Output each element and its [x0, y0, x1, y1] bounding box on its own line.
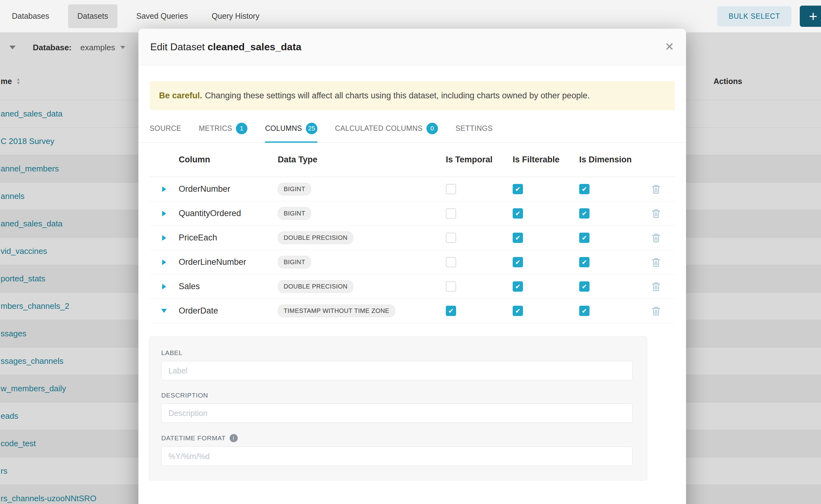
is-filterable-checkbox[interactable] — [513, 208, 523, 219]
tab-calculated-columns[interactable]: CALCULATED COLUMNS0 — [335, 123, 438, 142]
data-type-pill: TIMESTAMP WITHOUT TIME ZONE — [278, 304, 395, 317]
column-row: OrderNumberBIGINT — [149, 177, 675, 201]
modal-title-dataset-name: cleaned_sales_data — [207, 41, 301, 52]
datetime-format-input[interactable] — [161, 447, 633, 466]
bulk-select-button[interactable]: BULK SELECT — [717, 6, 791, 26]
data-type-pill: BIGINT — [278, 183, 311, 195]
nav-actions: BULK SELECT + — [717, 0, 821, 32]
expand-caret-icon[interactable] — [162, 211, 166, 216]
datetime-format-field-label: DATETIME FORMAT — [161, 434, 633, 442]
column-name: OrderDate — [179, 306, 278, 316]
warning-banner-text: Changing these settings will affect all … — [205, 91, 590, 101]
column-name: OrderNumber — [179, 184, 278, 194]
tab-count-badge: 25 — [306, 123, 317, 134]
datetime-format-label-text: DATETIME FORMAT — [161, 434, 226, 442]
data-type-pill: DOUBLE PRECISION — [278, 231, 353, 244]
description-field-label: DESCRIPTION — [161, 392, 633, 399]
warning-banner: Be careful. Changing these settings will… — [150, 81, 675, 110]
columns-table: Column Data Type Is Temporal Is Filterab… — [149, 143, 675, 323]
is-temporal-checkbox[interactable] — [446, 184, 456, 194]
is-dimension-checkbox[interactable] — [579, 257, 590, 267]
nav-item-datasets[interactable]: Datasets — [68, 4, 118, 28]
is-filterable-checkbox[interactable] — [513, 233, 523, 243]
label-field-group: LABEL — [161, 349, 633, 380]
column-detail-panel: LABEL DESCRIPTION DATETIME FORMAT — [149, 336, 647, 481]
trash-icon[interactable] — [651, 184, 661, 194]
columns-table-body: OrderNumberBIGINT QuantityOrderedBIGINT … — [149, 177, 675, 323]
collapse-caret-icon[interactable] — [161, 309, 167, 313]
is-dimension-checkbox[interactable] — [579, 208, 590, 219]
is-filterable-checkbox[interactable] — [513, 281, 523, 292]
column-name: QuantityOrdered — [179, 209, 278, 218]
column-row: PriceEachDOUBLE PRECISION — [149, 226, 675, 250]
is-temporal-checkbox[interactable] — [446, 281, 456, 292]
modal-tabs: SOURCEMETRICS1COLUMNS25CALCULATED COLUMN… — [138, 123, 686, 143]
tab-label: SOURCE — [150, 124, 181, 133]
add-dataset-button[interactable]: + — [800, 6, 821, 27]
expand-caret-icon[interactable] — [162, 235, 166, 241]
column-header: Column — [179, 155, 278, 165]
column-row: SalesDOUBLE PRECISION — [149, 274, 675, 299]
expand-caret-icon[interactable] — [162, 186, 166, 192]
column-name: OrderLineNumber — [179, 257, 278, 267]
trash-icon[interactable] — [651, 281, 661, 292]
column-row: QuantityOrderedBIGINT — [149, 201, 675, 226]
is-filterable-checkbox[interactable] — [513, 257, 523, 267]
datetime-format-field-group: DATETIME FORMAT — [161, 434, 633, 466]
is-dimension-checkbox[interactable] — [579, 306, 590, 316]
info-icon[interactable] — [230, 434, 238, 442]
data-type-pill: BIGINT — [278, 207, 311, 220]
nav-tabs: DatabasesDatasetsSaved QueriesQuery Hist… — [7, 0, 278, 32]
tab-metrics[interactable]: METRICS1 — [199, 123, 247, 142]
datasets-page: DatabasesDatasetsSaved QueriesQuery Hist… — [0, 0, 821, 504]
is-temporal-checkbox[interactable] — [446, 257, 456, 267]
is-filterable-checkbox[interactable] — [513, 184, 523, 194]
trash-icon[interactable] — [651, 208, 661, 219]
is-dimension-checkbox[interactable] — [579, 184, 590, 194]
plus-icon: + — [809, 9, 818, 23]
column-name: Sales — [179, 282, 278, 291]
is-dimension-header: Is Dimension — [579, 155, 637, 165]
trash-icon[interactable] — [651, 257, 661, 267]
close-icon[interactable]: ✕ — [665, 41, 674, 52]
nav-item-databases[interactable]: Databases — [7, 4, 54, 28]
is-filterable-header: Is Filterable — [513, 155, 579, 165]
tab-label: SETTINGS — [456, 124, 493, 133]
top-nav: DatabasesDatasetsSaved QueriesQuery Hist… — [0, 0, 821, 32]
data-type-pill: BIGINT — [278, 256, 311, 269]
trash-icon[interactable] — [651, 306, 661, 316]
expand-caret-icon[interactable] — [162, 259, 166, 265]
is-temporal-checkbox[interactable] — [446, 233, 456, 243]
is-dimension-checkbox[interactable] — [579, 281, 590, 292]
column-name: PriceEach — [179, 233, 278, 243]
edit-dataset-modal: Edit Dataset cleaned_sales_data ✕ Be car… — [138, 29, 686, 504]
is-filterable-checkbox[interactable] — [513, 306, 523, 316]
is-temporal-header: Is Temporal — [446, 155, 513, 165]
warning-banner-bold: Be careful. — [159, 91, 202, 101]
tab-count-badge: 1 — [236, 123, 247, 134]
modal-title-prefix: Edit Dataset — [150, 41, 205, 52]
description-input[interactable] — [161, 403, 633, 423]
modal-title: Edit Dataset cleaned_sales_data — [150, 41, 301, 53]
nav-item-query-history[interactable]: Query History — [207, 4, 264, 28]
tab-columns[interactable]: COLUMNS25 — [265, 123, 317, 142]
data-type-pill: DOUBLE PRECISION — [278, 280, 353, 293]
tab-label: COLUMNS — [265, 124, 302, 133]
label-input[interactable] — [161, 361, 633, 380]
column-row: OrderLineNumberBIGINT — [149, 250, 675, 274]
is-dimension-checkbox[interactable] — [579, 233, 590, 243]
data-type-header: Data Type — [278, 155, 446, 165]
description-field-group: DESCRIPTION — [161, 392, 633, 423]
tab-label: CALCULATED COLUMNS — [335, 124, 423, 133]
tab-source[interactable]: SOURCE — [150, 123, 181, 142]
columns-table-header: Column Data Type Is Temporal Is Filterab… — [149, 143, 675, 177]
is-temporal-checkbox[interactable] — [446, 306, 456, 316]
tab-settings[interactable]: SETTINGS — [456, 123, 493, 142]
trash-icon[interactable] — [651, 233, 661, 243]
expand-caret-icon[interactable] — [162, 284, 166, 289]
is-temporal-checkbox[interactable] — [446, 208, 456, 219]
column-row: OrderDateTIMESTAMP WITHOUT TIME ZONE — [149, 299, 675, 323]
nav-item-saved-queries[interactable]: Saved Queries — [131, 4, 193, 28]
tab-count-badge: 0 — [427, 123, 438, 134]
modal-header: Edit Dataset cleaned_sales_data ✕ — [138, 29, 686, 65]
